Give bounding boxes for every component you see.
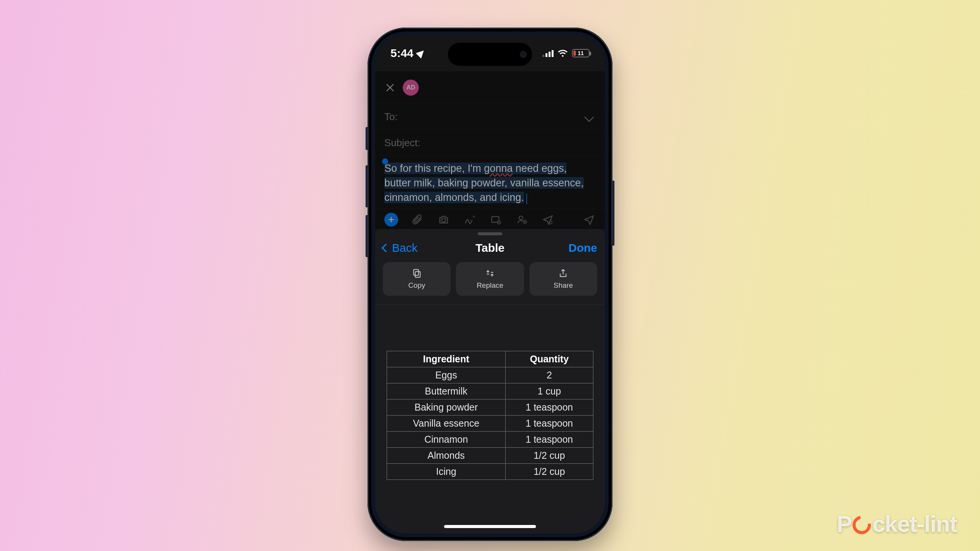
battery-indicator: 11 xyxy=(572,49,590,57)
markup-icon[interactable] xyxy=(463,213,476,226)
subject-field[interactable]: Subject: xyxy=(375,130,605,156)
svg-rect-6 xyxy=(413,270,418,276)
close-button[interactable] xyxy=(384,82,396,93)
text-caret[interactable] xyxy=(526,194,527,204)
wifi-icon xyxy=(557,49,568,57)
share-icon xyxy=(558,268,568,278)
phone-mockup: 5:44 11 AD To: Subject: xyxy=(368,28,612,541)
table-cell: Icing xyxy=(387,463,506,479)
table-cell: Almonds xyxy=(387,447,506,463)
attachment-icon[interactable] xyxy=(411,213,424,226)
table-header: Quantity xyxy=(505,351,593,367)
home-indicator[interactable] xyxy=(444,525,536,528)
phone-screen: 5:44 11 AD To: Subject: xyxy=(375,35,605,533)
table-cell: Eggs xyxy=(387,367,506,383)
send-button[interactable] xyxy=(583,213,596,226)
copy-icon xyxy=(412,268,422,278)
cellular-signal-icon xyxy=(542,49,554,57)
body-text-underlined: gonna xyxy=(484,163,513,174)
message-body[interactable]: So for this recipe, I'm gonna need eggs,… xyxy=(375,156,605,209)
to-field[interactable]: To: xyxy=(375,104,605,130)
table-cell: 1 cup xyxy=(505,383,593,399)
camera-icon[interactable] xyxy=(437,213,450,226)
body-text-part1: So for this recipe, I'm xyxy=(384,163,484,174)
table-cell: Vanilla essence xyxy=(387,415,506,431)
copy-button[interactable]: Copy xyxy=(383,262,451,296)
table-cell: 1 teaspoon xyxy=(505,431,593,447)
table-cell: Cinnamon xyxy=(387,431,506,447)
person-add-icon[interactable] xyxy=(515,213,528,226)
share-button[interactable]: Share xyxy=(529,262,597,296)
table-cell: 1 teaspoon xyxy=(505,415,593,431)
battery-percent: 11 xyxy=(578,50,584,56)
back-label: Back xyxy=(392,241,418,254)
table-cell: 2 xyxy=(505,367,593,383)
location-arrow-icon xyxy=(417,49,425,57)
action-row: Copy Replace Share xyxy=(375,262,605,305)
volume-switch xyxy=(366,127,368,150)
table-cell: Baking powder xyxy=(387,399,506,415)
to-label: To: xyxy=(384,111,398,123)
compose-toolbar: + xyxy=(375,209,605,229)
done-button[interactable]: Done xyxy=(568,241,597,254)
svg-point-2 xyxy=(519,216,523,220)
copy-label: Copy xyxy=(408,281,425,290)
table-row[interactable]: Cinnamon1 teaspoon xyxy=(387,431,593,447)
photo-add-icon[interactable] xyxy=(489,213,502,226)
table-cell: 1/2 cup xyxy=(505,447,593,463)
back-button[interactable]: Back xyxy=(383,241,418,254)
replace-label: Replace xyxy=(477,281,503,290)
drag-handle[interactable] xyxy=(478,232,502,235)
watermark-pre: P xyxy=(837,511,852,537)
ai-send-icon[interactable] xyxy=(541,213,554,226)
power-button xyxy=(612,181,614,246)
ingredients-table[interactable]: IngredientQuantity Eggs2Buttermilk1 cupB… xyxy=(387,351,593,480)
table-row[interactable]: Icing1/2 cup xyxy=(387,463,593,479)
subject-label: Subject: xyxy=(384,137,420,149)
chevron-left-icon xyxy=(382,244,390,253)
expand-recipients-icon[interactable] xyxy=(584,112,594,122)
share-label: Share xyxy=(554,281,573,290)
sender-avatar[interactable]: AD xyxy=(403,80,419,96)
selection-start-handle[interactable] xyxy=(382,158,388,165)
camera-dot-icon xyxy=(520,51,527,58)
watermark-o-icon xyxy=(849,512,875,538)
table-row[interactable]: Almonds1/2 cup xyxy=(387,447,593,463)
compose-panel: AD To: Subject: So for this recipe, I'm … xyxy=(375,71,605,229)
table-header: Ingredient xyxy=(387,351,506,367)
table-row[interactable]: Baking powder1 teaspoon xyxy=(387,399,593,415)
add-button[interactable]: + xyxy=(384,213,398,227)
table-row[interactable]: Buttermilk1 cup xyxy=(387,383,593,399)
dynamic-island xyxy=(448,43,532,66)
replace-icon xyxy=(485,268,495,278)
sheet-title: Table xyxy=(475,241,505,254)
volume-down-button xyxy=(366,215,368,257)
table-sheet: Back Table Done Copy Replace Share xyxy=(375,228,605,533)
svg-rect-5 xyxy=(415,272,420,277)
table-cell: Buttermilk xyxy=(387,383,506,399)
replace-button[interactable]: Replace xyxy=(456,262,524,296)
table-row[interactable]: Vanilla essence1 teaspoon xyxy=(387,415,593,431)
table-cell: 1 teaspoon xyxy=(505,399,593,415)
watermark: P cket-lint xyxy=(837,511,957,537)
watermark-post: cket-lint xyxy=(872,511,957,537)
table-row[interactable]: Eggs2 xyxy=(387,367,593,383)
status-time: 5:44 xyxy=(390,47,413,60)
volume-up-button xyxy=(366,165,368,207)
table-cell: 1/2 cup xyxy=(505,463,593,479)
